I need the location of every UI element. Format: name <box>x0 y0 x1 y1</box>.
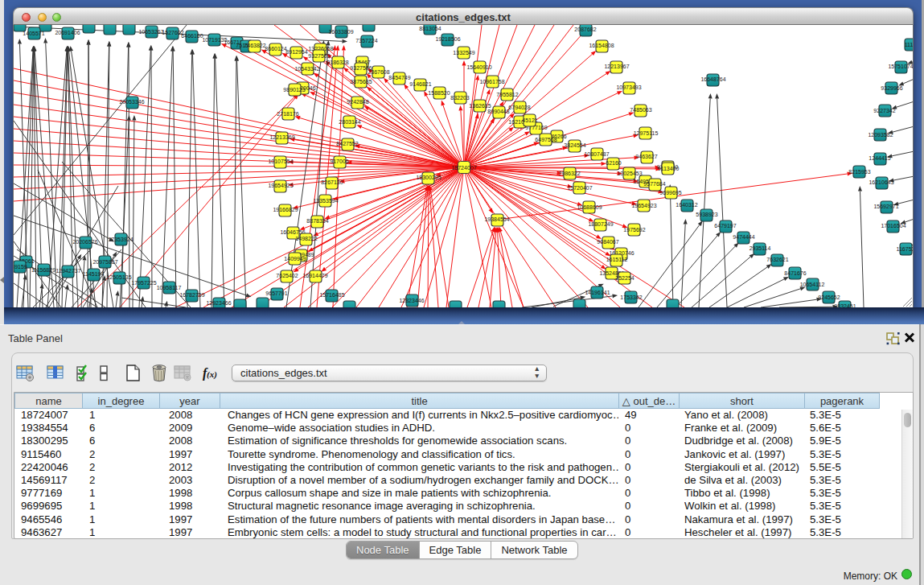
svg-text:917006: 917006 <box>330 159 348 164</box>
svg-text:12975115: 12975115 <box>634 130 659 136</box>
svg-text:2935114: 2935114 <box>749 245 771 251</box>
svg-text:7955812: 7955812 <box>496 92 518 97</box>
svg-text:1588520: 1588520 <box>428 90 450 96</box>
svg-text:8215953: 8215953 <box>848 169 870 175</box>
svg-text:17353924: 17353924 <box>108 237 133 242</box>
svg-text:1975692: 1975692 <box>623 227 645 233</box>
svg-text:20206576: 20206576 <box>72 239 97 245</box>
svg-text:1244415: 1244415 <box>869 155 890 161</box>
svg-text:1362615: 1362615 <box>469 103 491 109</box>
svg-text:12213369: 12213369 <box>269 134 294 140</box>
svg-text:116753: 116753 <box>897 246 914 252</box>
svg-text:9699695: 9699695 <box>659 190 681 196</box>
svg-text:6466160: 6466160 <box>181 33 203 39</box>
svg-text:16210643: 16210643 <box>869 179 893 185</box>
svg-text:252254: 252254 <box>615 275 634 281</box>
svg-text:12942737: 12942737 <box>55 268 80 274</box>
svg-text:6794028: 6794028 <box>508 105 530 110</box>
svg-text:15751074: 15751074 <box>888 64 913 69</box>
svg-text:62160: 62160 <box>606 160 622 166</box>
svg-text:39159: 39159 <box>14 264 27 270</box>
svg-text:15720407: 15720407 <box>567 185 592 191</box>
svg-text:15640910: 15640910 <box>466 64 491 70</box>
svg-text:10958117: 10958117 <box>157 285 182 290</box>
svg-text:19654923: 19654923 <box>631 203 656 208</box>
svg-text:12505135: 12505135 <box>106 274 131 280</box>
svg-text:19166829: 19166829 <box>273 207 298 212</box>
svg-text:2803144: 2803144 <box>339 119 360 125</box>
svg-text:18300295: 18300295 <box>416 175 441 180</box>
svg-text:1640312: 1640312 <box>676 202 697 208</box>
svg-text:12213967: 12213967 <box>604 64 629 69</box>
svg-text:9890123: 9890123 <box>283 87 305 93</box>
svg-text:8454749: 8454749 <box>388 75 410 80</box>
svg-text:7357224: 7357224 <box>355 38 377 43</box>
svg-text:10654112: 10654112 <box>800 282 825 287</box>
svg-text:8660124: 8660124 <box>265 46 286 51</box>
svg-text:10653267: 10653267 <box>138 29 163 35</box>
svg-text:16033809: 16033809 <box>328 29 353 35</box>
svg-text:9327503: 9327503 <box>308 53 330 59</box>
svg-text:7632621: 7632621 <box>766 257 788 262</box>
svg-text:18724007: 18724007 <box>451 165 476 171</box>
svg-text:13353594: 13353594 <box>313 198 338 204</box>
svg-text:19654925: 19654925 <box>268 183 293 188</box>
svg-text:20053346: 20053346 <box>119 99 144 105</box>
svg-text:5938923: 5938923 <box>696 212 717 217</box>
svg-text:9227342: 9227342 <box>873 108 895 113</box>
svg-text:15692971: 15692971 <box>873 204 898 209</box>
svg-text:6479197: 6479197 <box>714 223 736 229</box>
svg-text:9242848: 9242848 <box>347 99 368 105</box>
svg-text:16914479: 16914479 <box>302 273 327 278</box>
svg-text:8267130: 8267130 <box>321 179 343 185</box>
svg-text:10973493: 10973493 <box>616 84 641 90</box>
svg-text:8186328: 8186328 <box>326 60 348 65</box>
svg-text:8427552: 8427552 <box>336 141 358 146</box>
svg-text:9113400: 9113400 <box>658 166 680 171</box>
svg-text:1112: 1112 <box>905 42 914 47</box>
svg-text:10688609: 10688609 <box>577 204 602 210</box>
svg-text:(x): (x) <box>207 369 217 380</box>
svg-text:7986322: 7986322 <box>558 171 580 176</box>
svg-text:8878334: 8878334 <box>306 218 328 224</box>
svg-text:16154808: 16154808 <box>589 43 614 48</box>
svg-text:9474444: 9474444 <box>733 234 754 240</box>
svg-text:8990448: 8990448 <box>487 109 509 114</box>
svg-text:1409949: 1409949 <box>284 256 306 262</box>
svg-text:7625402: 7625402 <box>276 273 298 278</box>
svg-text:11156829: 11156829 <box>31 267 55 273</box>
svg-text:1615112: 1615112 <box>606 257 628 262</box>
svg-text:9657791: 9657791 <box>265 290 287 296</box>
svg-text:1498222: 1498222 <box>295 236 317 241</box>
svg-text:2087682: 2087682 <box>574 27 596 32</box>
svg-text:8471676: 8471676 <box>784 270 806 276</box>
svg-text:2367608: 2367608 <box>368 69 389 75</box>
svg-text:10107554: 10107554 <box>268 159 293 164</box>
svg-text:1332549: 1332549 <box>453 50 474 56</box>
svg-text:19218506: 19218506 <box>435 36 460 42</box>
svg-text:15716485: 15716485 <box>319 292 344 298</box>
svg-text:8912954: 8912954 <box>285 49 307 55</box>
svg-text:1145194: 1145194 <box>83 271 105 277</box>
svg-text:19384554: 19384554 <box>484 216 509 222</box>
svg-text:16782759: 16782759 <box>179 292 204 298</box>
svg-text:2718176: 2718176 <box>277 111 298 117</box>
svg-text:17957225: 17957225 <box>131 280 156 286</box>
svg-text:9577684: 9577684 <box>643 181 665 187</box>
svg-text:20975867: 20975867 <box>92 259 117 265</box>
svg-text:10807487: 10807487 <box>584 151 609 157</box>
svg-text:12923466: 12923466 <box>206 300 231 306</box>
svg-text:7485063: 7485063 <box>630 107 651 113</box>
svg-text:14196141: 14196141 <box>585 290 610 295</box>
svg-text:45121: 45121 <box>522 117 538 123</box>
svg-text:6497568: 6497568 <box>535 137 556 142</box>
svg-text:3875685: 3875685 <box>350 79 372 84</box>
svg-text:10961758: 10961758 <box>479 79 504 84</box>
svg-text:9146821: 9146821 <box>409 81 431 87</box>
svg-text:3824554: 3824554 <box>564 142 585 148</box>
svg-text:20691406: 20691406 <box>55 30 80 35</box>
svg-text:1753342: 1753342 <box>620 295 642 300</box>
svg-text:9245652: 9245652 <box>818 295 840 300</box>
svg-text:12093582: 12093582 <box>868 132 893 138</box>
svg-text:832203: 832203 <box>450 95 469 101</box>
